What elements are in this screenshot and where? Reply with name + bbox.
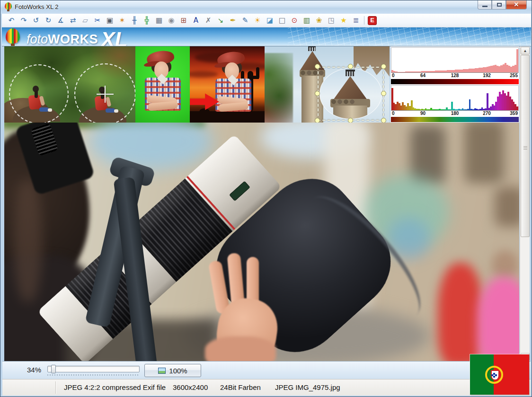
histogram-tick-label: 255 [510, 73, 518, 78]
framed-image-icon[interactable]: ⊞ [178, 15, 189, 26]
scrollbar-thumb[interactable] [521, 55, 530, 237]
sample-selection-thumbnail[interactable] [265, 46, 390, 123]
status-bar: JPEG 4:2:2 compressed Exif file 3600x240… [2, 379, 531, 396]
favorites-star-icon[interactable]: ★ [338, 15, 349, 26]
mirror-flip-icon[interactable]: ⇄ [67, 15, 79, 26]
paint-tools-icon[interactable]: ✗ [203, 15, 214, 26]
selection-handle[interactable] [348, 64, 353, 69]
close-button[interactable]: ✕ [506, 0, 527, 9]
selection-handle[interactable] [315, 118, 320, 123]
pen-tool-icon[interactable]: ✒ [227, 15, 239, 26]
selection-handle[interactable] [381, 64, 386, 69]
zoom-slider-thumb[interactable] [51, 365, 56, 373]
selection-handle[interactable] [381, 91, 386, 96]
background-window [495, 187, 519, 227]
app-window: FotoWorks XL 2 ✕ ↶↷↺↻∡⇄▱✂▣✶╫╬▦◉⊞A✗↘✒✎☀◪□… [0, 0, 532, 397]
background-person-pink [478, 277, 519, 361]
toolbar-separator [364, 16, 364, 25]
color-adjust-icon[interactable]: ╬ [141, 15, 152, 26]
sample-clone-thumbnail[interactable] [4, 46, 135, 123]
border-frame-icon[interactable]: □ [276, 15, 288, 26]
rotate-right-90-icon[interactable]: ↷ [18, 15, 29, 26]
luminance-histogram: 064128192255 [391, 47, 519, 84]
zoom-bar: 34% 100% [2, 361, 531, 379]
histogram-tick-label: 90 [420, 111, 426, 116]
crop-frame-icon[interactable]: ▣ [104, 15, 115, 26]
sample-chromakey-before-thumbnail[interactable] [135, 46, 190, 123]
fill-bucket-icon[interactable]: ◪ [264, 15, 275, 26]
stamp-effect-icon[interactable]: ▦ [153, 15, 165, 26]
background-person-red [438, 263, 483, 361]
batch-print-icon[interactable]: ≣ [350, 15, 362, 26]
image-dimensions-status: 3600x2400 [173, 383, 208, 391]
levels-icon[interactable]: ╫ [129, 15, 140, 26]
lens-distance-window [229, 181, 250, 201]
scissors-icon[interactable]: ✂ [92, 15, 103, 26]
clone-source-circle[interactable] [9, 64, 69, 123]
collage-icon[interactable]: ▥ [301, 15, 312, 26]
selection-handle[interactable] [315, 91, 320, 96]
brand-xl: XL [101, 28, 127, 46]
histogram-tick-label: 192 [483, 73, 491, 78]
language-flag-portugal[interactable] [470, 354, 529, 395]
flag-armillary-emblem [485, 366, 503, 384]
camera-icon[interactable]: ◉ [166, 15, 177, 26]
banner-wireframe-decoration [288, 27, 531, 46]
fit-image-icon [158, 368, 166, 374]
zoom-100-button[interactable]: 100% [144, 364, 201, 377]
vertical-scrollbar[interactable]: ▲ ▼ [520, 46, 530, 361]
hue-histogram-ticks: 090180270359 [391, 111, 519, 117]
histogram-tick-label: 64 [420, 73, 426, 78]
brand-works: WORKS [48, 32, 98, 46]
rotate-ccw-icon[interactable]: ↺ [30, 15, 42, 26]
magic-wand-icon[interactable]: ✶ [116, 15, 128, 26]
hue-histogram-plot [391, 85, 519, 111]
insert-image-icon[interactable]: ↘ [215, 15, 226, 26]
brand-foto: foto [27, 32, 48, 46]
red-eye-icon[interactable]: ⊙ [289, 15, 300, 26]
hand-wrist [205, 336, 276, 361]
retouch-icon[interactable]: ✎ [239, 15, 251, 26]
brightness-icon[interactable]: ☀ [252, 15, 263, 26]
selection-handle[interactable] [315, 64, 320, 69]
copy-shapes-icon[interactable]: ◳ [326, 15, 337, 26]
histogram-panel: 064128192255 090180270359 [390, 46, 519, 123]
maximize-button[interactable] [492, 0, 506, 9]
histogram-bar [516, 106, 518, 110]
app-logo-icon [5, 2, 12, 9]
window-controls: ✕ [478, 0, 527, 9]
boy-figure-composited [213, 52, 254, 123]
luminance-histogram-ticks: 064128192255 [391, 73, 519, 79]
selection-handle[interactable] [381, 118, 386, 123]
crop-sheet-icon[interactable]: ▱ [80, 15, 91, 26]
selection-handle[interactable] [348, 118, 353, 123]
minimize-button[interactable] [478, 0, 492, 9]
title-bar: FotoWorks XL 2 ✕ [0, 0, 532, 14]
effects-gift-icon[interactable]: ❀ [313, 15, 325, 26]
filename-status: JPEG IMG_4975.jpg [275, 383, 340, 391]
text-tool-icon[interactable]: A [190, 15, 202, 26]
rotate-left-90-icon[interactable]: ↶ [6, 15, 17, 26]
histogram-tick-label: 180 [451, 111, 459, 116]
boy-figure [143, 51, 184, 122]
histogram-tick-label: 0 [392, 73, 395, 78]
maximize-icon [497, 3, 502, 7]
trees [265, 53, 293, 123]
exif-editor-button[interactable]: E [368, 16, 377, 25]
sample-chromakey-after-thumbnail[interactable] [190, 46, 265, 123]
tower-lantern [308, 46, 316, 51]
photographer-hair-sheen [14, 179, 42, 302]
window-title: FotoWorks XL 2 [15, 3, 58, 10]
rotate-angle-icon[interactable]: ∡ [55, 15, 66, 26]
rotate-cw-icon[interactable]: ↻ [43, 15, 54, 26]
zoom-slider[interactable] [47, 366, 140, 372]
zoom-100-label: 100% [169, 367, 187, 375]
close-icon: ✕ [506, 1, 526, 8]
file-format-status: JPEG 4:2:2 compressed Exif file [64, 383, 166, 391]
scroll-up-button[interactable]: ▲ [521, 47, 530, 54]
bush [199, 108, 210, 115]
histogram-tick-label: 270 [483, 111, 491, 116]
cactus-arm [256, 67, 259, 79]
brand-wordmark: fotoWORKSXL [27, 28, 127, 46]
main-canvas[interactable] [4, 123, 519, 361]
